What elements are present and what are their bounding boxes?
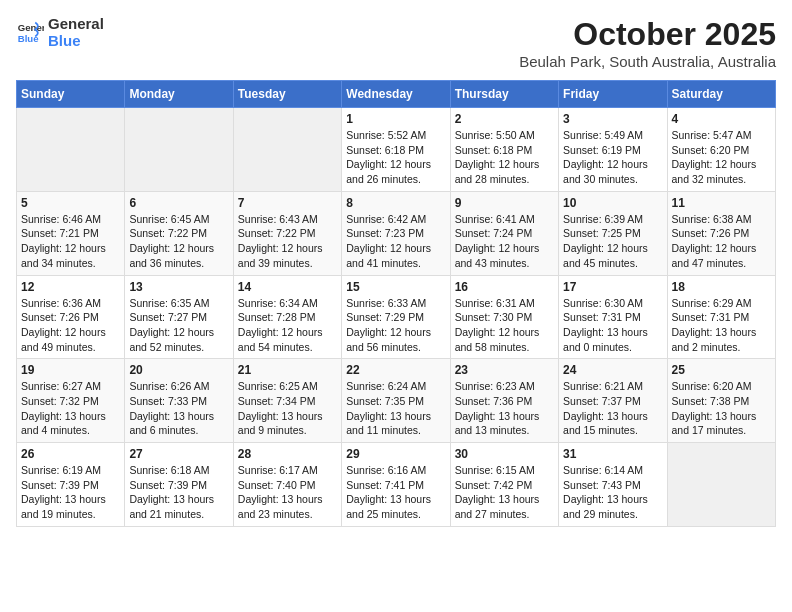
day-cell: 31Sunrise: 6:14 AM Sunset: 7:43 PM Dayli… [559,443,667,527]
day-content: Sunrise: 6:43 AM Sunset: 7:22 PM Dayligh… [238,212,337,271]
day-content: Sunrise: 6:38 AM Sunset: 7:26 PM Dayligh… [672,212,771,271]
day-header-monday: Monday [125,81,233,108]
day-content: Sunrise: 6:29 AM Sunset: 7:31 PM Dayligh… [672,296,771,355]
day-number: 4 [672,112,771,126]
day-content: Sunrise: 6:17 AM Sunset: 7:40 PM Dayligh… [238,463,337,522]
day-number: 25 [672,363,771,377]
day-content: Sunrise: 5:49 AM Sunset: 6:19 PM Dayligh… [563,128,662,187]
day-cell: 16Sunrise: 6:31 AM Sunset: 7:30 PM Dayli… [450,275,558,359]
week-row-5: 26Sunrise: 6:19 AM Sunset: 7:39 PM Dayli… [17,443,776,527]
logo-text: General Blue [48,16,104,49]
day-cell: 17Sunrise: 6:30 AM Sunset: 7:31 PM Dayli… [559,275,667,359]
day-content: Sunrise: 6:19 AM Sunset: 7:39 PM Dayligh… [21,463,120,522]
day-number: 19 [21,363,120,377]
day-content: Sunrise: 5:47 AM Sunset: 6:20 PM Dayligh… [672,128,771,187]
day-content: Sunrise: 6:30 AM Sunset: 7:31 PM Dayligh… [563,296,662,355]
day-number: 9 [455,196,554,210]
day-number: 6 [129,196,228,210]
day-content: Sunrise: 6:27 AM Sunset: 7:32 PM Dayligh… [21,379,120,438]
day-number: 23 [455,363,554,377]
day-cell: 1Sunrise: 5:52 AM Sunset: 6:18 PM Daylig… [342,108,450,192]
day-cell: 12Sunrise: 6:36 AM Sunset: 7:26 PM Dayli… [17,275,125,359]
logo-line1: General [48,16,104,33]
day-number: 22 [346,363,445,377]
week-row-1: 1Sunrise: 5:52 AM Sunset: 6:18 PM Daylig… [17,108,776,192]
day-cell: 26Sunrise: 6:19 AM Sunset: 7:39 PM Dayli… [17,443,125,527]
day-content: Sunrise: 6:24 AM Sunset: 7:35 PM Dayligh… [346,379,445,438]
day-content: Sunrise: 5:52 AM Sunset: 6:18 PM Dayligh… [346,128,445,187]
calendar-table: SundayMondayTuesdayWednesdayThursdayFrid… [16,80,776,527]
day-number: 2 [455,112,554,126]
day-content: Sunrise: 6:31 AM Sunset: 7:30 PM Dayligh… [455,296,554,355]
week-row-2: 5Sunrise: 6:46 AM Sunset: 7:21 PM Daylig… [17,191,776,275]
day-number: 17 [563,280,662,294]
page-subtitle: Beulah Park, South Australia, Australia [519,53,776,70]
day-cell: 28Sunrise: 6:17 AM Sunset: 7:40 PM Dayli… [233,443,341,527]
day-cell: 9Sunrise: 6:41 AM Sunset: 7:24 PM Daylig… [450,191,558,275]
day-content: Sunrise: 6:33 AM Sunset: 7:29 PM Dayligh… [346,296,445,355]
day-header-row: SundayMondayTuesdayWednesdayThursdayFrid… [17,81,776,108]
day-number: 28 [238,447,337,461]
day-cell: 22Sunrise: 6:24 AM Sunset: 7:35 PM Dayli… [342,359,450,443]
day-content: Sunrise: 6:41 AM Sunset: 7:24 PM Dayligh… [455,212,554,271]
day-content: Sunrise: 6:14 AM Sunset: 7:43 PM Dayligh… [563,463,662,522]
day-cell: 2Sunrise: 5:50 AM Sunset: 6:18 PM Daylig… [450,108,558,192]
day-number: 15 [346,280,445,294]
day-cell: 23Sunrise: 6:23 AM Sunset: 7:36 PM Dayli… [450,359,558,443]
logo: General Blue General Blue [16,16,104,49]
week-row-3: 12Sunrise: 6:36 AM Sunset: 7:26 PM Dayli… [17,275,776,359]
day-content: Sunrise: 6:26 AM Sunset: 7:33 PM Dayligh… [129,379,228,438]
day-cell: 10Sunrise: 6:39 AM Sunset: 7:25 PM Dayli… [559,191,667,275]
day-cell: 20Sunrise: 6:26 AM Sunset: 7:33 PM Dayli… [125,359,233,443]
day-cell: 21Sunrise: 6:25 AM Sunset: 7:34 PM Dayli… [233,359,341,443]
day-content: Sunrise: 6:42 AM Sunset: 7:23 PM Dayligh… [346,212,445,271]
day-content: Sunrise: 6:36 AM Sunset: 7:26 PM Dayligh… [21,296,120,355]
day-content: Sunrise: 6:34 AM Sunset: 7:28 PM Dayligh… [238,296,337,355]
day-number: 31 [563,447,662,461]
svg-text:General: General [18,22,44,33]
day-content: Sunrise: 6:20 AM Sunset: 7:38 PM Dayligh… [672,379,771,438]
day-header-sunday: Sunday [17,81,125,108]
day-number: 13 [129,280,228,294]
day-number: 5 [21,196,120,210]
title-block: October 2025 Beulah Park, South Australi… [519,16,776,70]
day-header-wednesday: Wednesday [342,81,450,108]
day-cell: 6Sunrise: 6:45 AM Sunset: 7:22 PM Daylig… [125,191,233,275]
day-content: Sunrise: 6:25 AM Sunset: 7:34 PM Dayligh… [238,379,337,438]
day-cell: 30Sunrise: 6:15 AM Sunset: 7:42 PM Dayli… [450,443,558,527]
day-content: Sunrise: 6:23 AM Sunset: 7:36 PM Dayligh… [455,379,554,438]
day-content: Sunrise: 5:50 AM Sunset: 6:18 PM Dayligh… [455,128,554,187]
day-header-tuesday: Tuesday [233,81,341,108]
day-number: 16 [455,280,554,294]
day-content: Sunrise: 6:21 AM Sunset: 7:37 PM Dayligh… [563,379,662,438]
day-cell [667,443,775,527]
day-cell: 29Sunrise: 6:16 AM Sunset: 7:41 PM Dayli… [342,443,450,527]
day-cell: 4Sunrise: 5:47 AM Sunset: 6:20 PM Daylig… [667,108,775,192]
day-cell: 11Sunrise: 6:38 AM Sunset: 7:26 PM Dayli… [667,191,775,275]
page-header: General Blue General Blue October 2025 B… [16,16,776,70]
day-number: 12 [21,280,120,294]
day-content: Sunrise: 6:46 AM Sunset: 7:21 PM Dayligh… [21,212,120,271]
day-cell: 18Sunrise: 6:29 AM Sunset: 7:31 PM Dayli… [667,275,775,359]
day-cell: 3Sunrise: 5:49 AM Sunset: 6:19 PM Daylig… [559,108,667,192]
day-number: 18 [672,280,771,294]
day-number: 30 [455,447,554,461]
day-number: 1 [346,112,445,126]
day-number: 27 [129,447,228,461]
week-row-4: 19Sunrise: 6:27 AM Sunset: 7:32 PM Dayli… [17,359,776,443]
logo-icon: General Blue [16,19,44,47]
day-content: Sunrise: 6:18 AM Sunset: 7:39 PM Dayligh… [129,463,228,522]
day-cell: 15Sunrise: 6:33 AM Sunset: 7:29 PM Dayli… [342,275,450,359]
day-number: 29 [346,447,445,461]
day-content: Sunrise: 6:45 AM Sunset: 7:22 PM Dayligh… [129,212,228,271]
day-cell [17,108,125,192]
page-title: October 2025 [519,16,776,53]
day-cell: 14Sunrise: 6:34 AM Sunset: 7:28 PM Dayli… [233,275,341,359]
day-cell: 13Sunrise: 6:35 AM Sunset: 7:27 PM Dayli… [125,275,233,359]
day-cell: 19Sunrise: 6:27 AM Sunset: 7:32 PM Dayli… [17,359,125,443]
day-cell: 8Sunrise: 6:42 AM Sunset: 7:23 PM Daylig… [342,191,450,275]
day-number: 21 [238,363,337,377]
day-cell: 25Sunrise: 6:20 AM Sunset: 7:38 PM Dayli… [667,359,775,443]
day-number: 11 [672,196,771,210]
day-content: Sunrise: 6:39 AM Sunset: 7:25 PM Dayligh… [563,212,662,271]
